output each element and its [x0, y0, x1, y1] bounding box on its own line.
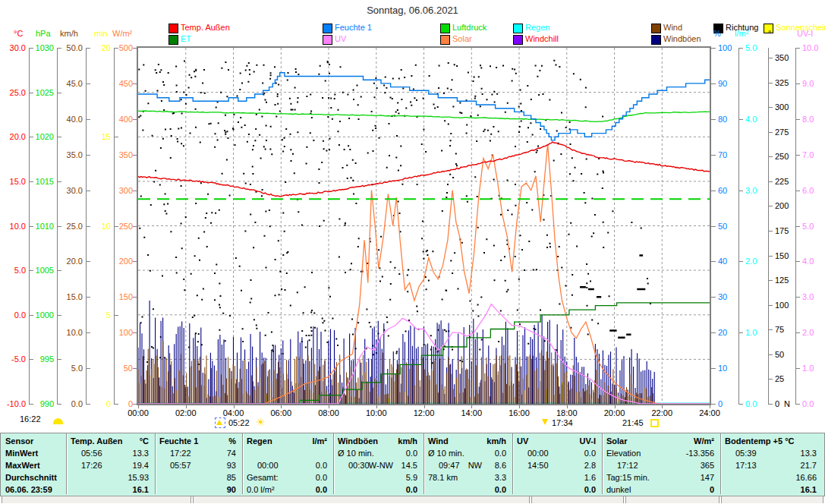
next-panel-edge — [625, 496, 720, 503]
bottom-strip — [0, 0, 825, 504]
next-panel-edge — [531, 496, 624, 503]
next-panel-edge — [721, 496, 823, 503]
next-panel-edge — [193, 496, 530, 503]
weather-chart-window: Sonntag, 06.06.2021 Temp. AußenFeuchte 1… — [0, 0, 825, 504]
next-panel-edge — [2, 496, 191, 503]
